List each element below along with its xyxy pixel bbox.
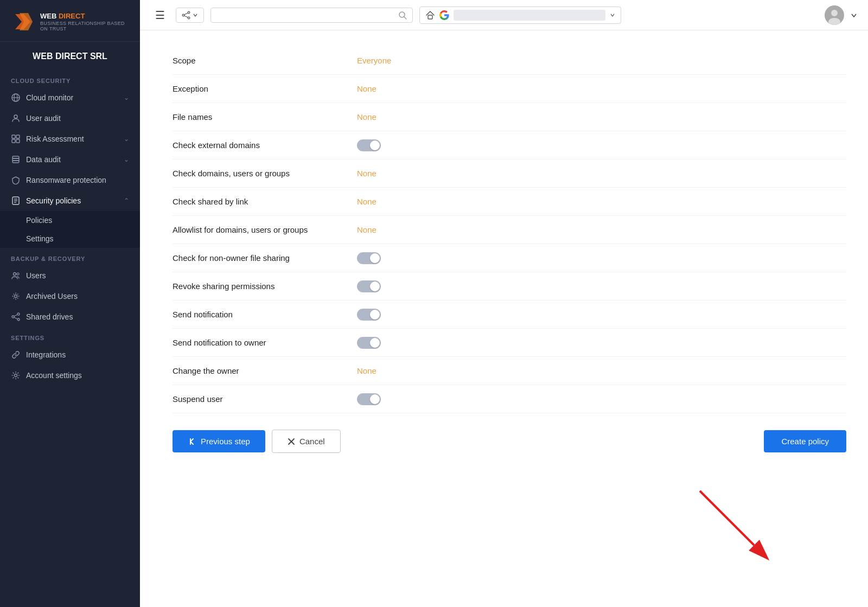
revoke-sharing-toggle[interactable]: ✕ xyxy=(357,280,381,292)
check-external-domains-toggle[interactable]: ✕ xyxy=(357,139,381,151)
svg-marker-1 xyxy=(20,13,33,30)
svg-rect-6 xyxy=(12,135,15,138)
svg-point-18 xyxy=(17,273,19,275)
archive-icon xyxy=(11,291,21,301)
svg-line-41 xyxy=(700,491,754,545)
create-policy-label: Create policy xyxy=(781,437,829,446)
exception-label: Exception xyxy=(173,84,357,93)
url-chevron-icon xyxy=(610,12,615,18)
send-notification-owner-row: Send notification to owner ✕ xyxy=(173,329,846,357)
sidebar-item-user-audit[interactable]: User audit xyxy=(0,108,140,129)
sidebar-sub-item-settings[interactable]: Settings xyxy=(0,229,140,248)
cancel-icon xyxy=(288,438,295,445)
share-button[interactable] xyxy=(176,8,204,23)
sidebar-item-cloud-monitor[interactable]: Cloud monitor ⌄ xyxy=(0,87,140,108)
top-bar: ☰ xyxy=(140,0,868,30)
share-icon xyxy=(11,312,21,322)
send-notification-toggle[interactable]: ✕ xyxy=(357,309,381,321)
data-audit-label: Data audit xyxy=(26,155,118,164)
create-policy-button[interactable]: Create policy xyxy=(764,430,846,452)
check-non-owner-toggle[interactable]: ✕ xyxy=(357,252,381,264)
shared-drives-label: Shared drives xyxy=(26,312,129,321)
suspend-user-row: Suspend user ✕ xyxy=(173,385,846,413)
toggle-x-icon: ✕ xyxy=(374,312,378,317)
search-input[interactable] xyxy=(216,11,395,20)
ransomware-protection-label: Ransomware protection xyxy=(26,176,129,184)
change-owner-value: None xyxy=(357,366,376,375)
check-shared-by-link-value: None xyxy=(357,197,376,206)
svg-rect-8 xyxy=(12,139,15,143)
user-audit-label: User audit xyxy=(26,114,129,123)
allowlist-value: None xyxy=(357,225,376,234)
allowlist-row: Allowlist for domains, users or groups N… xyxy=(173,216,846,244)
security-policies-label: Security policies xyxy=(26,196,118,205)
cloud-monitor-label: Cloud monitor xyxy=(26,93,118,102)
main-area: ☰ Sco xyxy=(140,0,868,607)
file-names-label: File names xyxy=(173,112,357,122)
settings-label: Settings xyxy=(26,234,54,243)
svg-point-25 xyxy=(15,374,17,377)
policy-icon xyxy=(11,196,21,206)
search-bar xyxy=(210,8,413,23)
share-chevron-icon xyxy=(193,12,198,18)
toggle-x-icon: ✕ xyxy=(374,143,378,148)
svg-point-21 xyxy=(12,316,14,318)
suspend-user-label: Suspend user xyxy=(173,394,357,404)
check-non-owner-row: Check for non-owner file sharing ✕ xyxy=(173,244,846,272)
svg-point-22 xyxy=(17,318,20,321)
shield-icon xyxy=(11,175,21,185)
database-icon xyxy=(11,155,21,164)
section-settings: SETTINGS xyxy=(0,327,140,344)
search-icon xyxy=(398,11,407,20)
logo-title: WEB DIRECT xyxy=(40,12,129,21)
check-external-domains-label: Check external domains xyxy=(173,140,357,150)
sidebar-item-security-policies[interactable]: Security policies ⌃ xyxy=(0,190,140,211)
logo-subtitle: BUSINESS RELATIONSHIP BASED ON TRUST xyxy=(40,21,129,31)
user-avatar[interactable] xyxy=(825,5,844,25)
previous-step-icon xyxy=(188,437,196,446)
svg-line-23 xyxy=(14,315,17,316)
chevron-down-icon: ⌄ xyxy=(124,94,129,101)
chevron-down-icon: ⌄ xyxy=(124,156,129,163)
change-owner-row: Change the owner None xyxy=(173,357,846,385)
hamburger-menu-button[interactable]: ☰ xyxy=(151,7,169,24)
home-icon xyxy=(425,10,435,20)
account-settings-label: Account settings xyxy=(26,371,129,380)
chevron-up-icon: ⌃ xyxy=(124,197,129,205)
sidebar-item-data-audit[interactable]: Data audit ⌄ xyxy=(0,149,140,170)
suspend-user-toggle[interactable]: ✕ xyxy=(357,393,381,405)
send-notification-owner-toggle[interactable]: ✕ xyxy=(357,337,381,349)
users-label: Users xyxy=(26,271,129,280)
check-shared-by-link-label: Check shared by link xyxy=(173,197,357,206)
svg-rect-12 xyxy=(12,161,19,163)
logo-icon xyxy=(11,10,35,34)
archived-users-label: Archived Users xyxy=(26,292,129,301)
svg-point-35 xyxy=(831,10,838,16)
svg-point-19 xyxy=(15,295,17,298)
svg-point-26 xyxy=(188,11,190,14)
sidebar-item-ransomware-protection[interactable]: Ransomware protection xyxy=(0,170,140,190)
previous-step-button[interactable]: Previous step xyxy=(173,430,265,452)
user-icon xyxy=(11,113,21,123)
button-row: Previous step Cancel Create policy xyxy=(173,413,846,464)
section-cloud-security: CLOUD SECURITY xyxy=(0,70,140,87)
toggle-x-icon: ✕ xyxy=(374,255,378,261)
policies-label: Policies xyxy=(26,216,52,225)
sidebar-item-risk-assessment[interactable]: Risk Assessment ⌄ xyxy=(0,129,140,149)
sidebar-item-users[interactable]: Users xyxy=(0,265,140,286)
sidebar-item-account-settings[interactable]: Account settings xyxy=(0,365,140,386)
check-shared-by-link-row: Check shared by link None xyxy=(173,188,846,216)
sidebar-item-integrations[interactable]: Integrations xyxy=(0,344,140,365)
grid-icon xyxy=(11,134,21,144)
cancel-button[interactable]: Cancel xyxy=(272,430,341,453)
sidebar-item-archived-users[interactable]: Archived Users xyxy=(0,286,140,306)
sidebar-item-shared-drives[interactable]: Shared drives xyxy=(0,306,140,327)
scope-label: Scope xyxy=(173,56,357,65)
svg-line-29 xyxy=(184,13,188,15)
change-owner-label: Change the owner xyxy=(173,366,357,375)
previous-step-label: Previous step xyxy=(201,437,250,446)
sidebar-sub-item-policies[interactable]: Policies xyxy=(0,211,140,229)
toggle-x-icon: ✕ xyxy=(374,340,378,346)
svg-line-32 xyxy=(404,17,406,19)
svg-rect-7 xyxy=(16,135,20,138)
